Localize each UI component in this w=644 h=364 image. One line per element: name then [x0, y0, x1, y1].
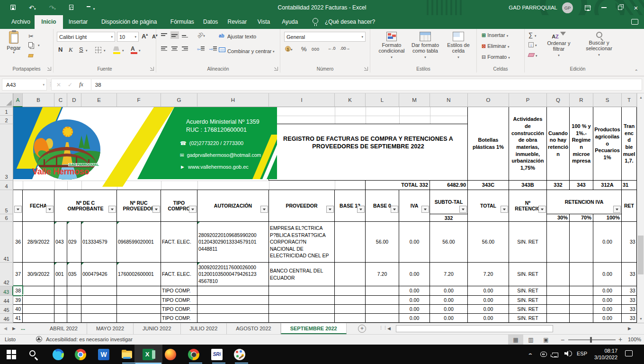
cell-C44[interactable]: [54, 295, 67, 305]
filter-dropdown-icon[interactable]: [326, 206, 334, 213]
enter-icon[interactable]: ✓: [68, 82, 72, 88]
select-all-corner[interactable]: [0, 93, 13, 107]
align-bottom-icon[interactable]: [182, 33, 188, 38]
cell-I41[interactable]: EMPRESA EL?CTRICA P?BLICA ESTRAT?GICA CO…: [268, 221, 335, 263]
cell-O42[interactable]: 7.20: [467, 262, 509, 286]
row-header-2[interactable]: 2: [0, 116, 13, 124]
cell-E41[interactable]: 013334579: [81, 221, 117, 263]
cell-styles-button[interactable]: Estilos de celda▾: [444, 32, 473, 59]
cell-K43[interactable]: [334, 286, 366, 296]
orientation-icon[interactable]: ab▾: [197, 32, 205, 38]
clear-icon[interactable]: ▾: [528, 52, 537, 58]
cell-H45[interactable]: [197, 304, 269, 314]
sheet-tab-junio-2022[interactable]: JUNIO 2022: [134, 323, 181, 334]
borders-icon[interactable]: [95, 47, 101, 54]
cell-D43[interactable]: [67, 286, 81, 296]
vertical-scrollbar[interactable]: ▲ ▼: [637, 93, 644, 323]
cell-P46[interactable]: SIN. RET: [509, 313, 547, 323]
bold-button[interactable]: N: [58, 46, 63, 53]
cell-B45[interactable]: [22, 304, 54, 314]
zoom-slider-thumb[interactable]: [590, 337, 592, 343]
cell-N44[interactable]: 0.00: [429, 295, 468, 305]
zoom-slider[interactable]: [568, 339, 616, 340]
filter-dropdown-icon[interactable]: [357, 206, 365, 213]
alignment-launcher-icon[interactable]: [274, 67, 278, 71]
cell-M43[interactable]: 0.00: [399, 286, 430, 296]
cell-F46[interactable]: [116, 313, 161, 323]
cell-E42[interactable]: 000479426: [81, 262, 117, 286]
cell-T44[interactable]: 33: [621, 295, 637, 305]
cell-Q42[interactable]: [546, 262, 570, 286]
cell-K46[interactable]: [334, 313, 366, 323]
tab-splitter[interactable]: ⋮⋮: [379, 325, 387, 330]
cell-G46[interactable]: TIPO COMP.: [161, 313, 197, 323]
filter-dropdown-icon[interactable]: [391, 206, 398, 213]
cell-T1:T3[interactable]: Tran enc d bie muel 1,7.: [621, 107, 637, 181]
cell-O45[interactable]: 0.00: [467, 304, 509, 314]
column-header-S[interactable]: S: [593, 93, 622, 107]
cell-M41[interactable]: 0.00: [399, 221, 430, 263]
cell-S46[interactable]: 0.00: [593, 313, 622, 323]
tray-chevron-icon[interactable]: ⌃: [528, 353, 533, 357]
decrease-indent-icon[interactable]: ⇦: [197, 46, 205, 52]
cell-L4:M4[interactable]: TOTAL 332: [365, 180, 430, 190]
row-header-6[interactable]: 6: [0, 214, 13, 222]
cell-T46[interactable]: 33: [621, 313, 637, 323]
cell-H43[interactable]: [197, 286, 269, 296]
fx-icon[interactable]: fx: [79, 81, 83, 88]
cell-P44[interactable]: SIN. RET: [509, 295, 547, 305]
cell-Q5:S5[interactable]: RETENCION IVA: [546, 190, 622, 214]
sheet-nav-ellipsis[interactable]: ...: [21, 323, 25, 333]
cell-Q45[interactable]: [546, 304, 570, 314]
minimize-button[interactable]: [596, 0, 612, 15]
filter-dropdown-icon[interactable]: [260, 206, 268, 213]
cell-L44[interactable]: [365, 295, 399, 305]
view-normal-icon[interactable]: ▦: [508, 335, 523, 345]
menu-tab-datos[interactable]: Datos: [197, 15, 224, 29]
align-left-icon[interactable]: [161, 46, 167, 52]
row-header-1[interactable]: 1: [0, 107, 13, 116]
cell-D42[interactable]: 035: [67, 262, 81, 286]
merge-center-button[interactable]: [219, 47, 225, 53]
paste-button[interactable]: Pegar▾: [5, 31, 23, 55]
cell-L46[interactable]: [365, 313, 399, 323]
cell-N46[interactable]: 0.00: [429, 313, 468, 323]
cell-Q46[interactable]: [546, 313, 570, 323]
cell-S42[interactable]: 0.00: [593, 262, 622, 286]
cell-M45[interactable]: 0.00: [399, 304, 430, 314]
cell-P43[interactable]: SIN. RET: [509, 286, 547, 296]
row-header-44[interactable]: 44: [0, 296, 13, 305]
cell-B43[interactable]: [22, 286, 54, 296]
cell-F42[interactable]: 1760002600001: [116, 262, 161, 286]
cell-R1:R3[interactable]: 100 % y 1%.- Regime n microe mpresa: [569, 107, 593, 181]
cell-G43[interactable]: TIPO COMP.: [161, 286, 197, 296]
number-format-combo[interactable]: General▾: [284, 32, 366, 42]
cell-N41[interactable]: 56.00: [429, 221, 468, 263]
menu-tab-insertar[interactable]: Insertar: [62, 15, 95, 29]
cell-T41[interactable]: 33: [621, 221, 637, 263]
taskbar-chrome-profile-icon[interactable]: [188, 349, 199, 360]
sheet-nav-prev-icon[interactable]: ◀: [4, 323, 7, 334]
cell-D44[interactable]: [67, 295, 81, 305]
hscroll-right-icon[interactable]: ▶: [628, 323, 631, 334]
cell-A45[interactable]: 40: [13, 304, 23, 314]
row-header-43[interactable]: 43: [0, 286, 13, 296]
cell-A44[interactable]: 39: [13, 295, 23, 305]
column-header-L[interactable]: L: [366, 93, 399, 107]
row-header-3[interactable]: 3: [0, 124, 13, 181]
cell-P4[interactable]: 343B: [509, 180, 547, 190]
cell-Q1:Q3[interactable]: Cuando no hay retenció n: [546, 107, 570, 181]
cell-H46[interactable]: [197, 313, 269, 323]
clipboard-launcher-icon[interactable]: [47, 67, 51, 71]
menu-tab-disposici-n-de-p-gina[interactable]: Disposición de página: [95, 15, 163, 29]
filter-dropdown-icon[interactable]: [189, 206, 197, 213]
comma-style-icon[interactable]: 000: [312, 47, 320, 52]
menu-tab-revisar[interactable]: Revisar: [221, 15, 254, 29]
name-box[interactable]: A43▾: [2, 79, 47, 91]
cell-S43[interactable]: 0.00: [593, 286, 622, 296]
format-as-table-button[interactable]: Dar formato como tabla▾: [409, 32, 441, 59]
cell-T43[interactable]: 33: [621, 286, 637, 296]
cell-L45[interactable]: [365, 304, 399, 314]
cell-R6[interactable]: 70%: [569, 214, 593, 222]
column-header-P[interactable]: P: [509, 93, 547, 107]
